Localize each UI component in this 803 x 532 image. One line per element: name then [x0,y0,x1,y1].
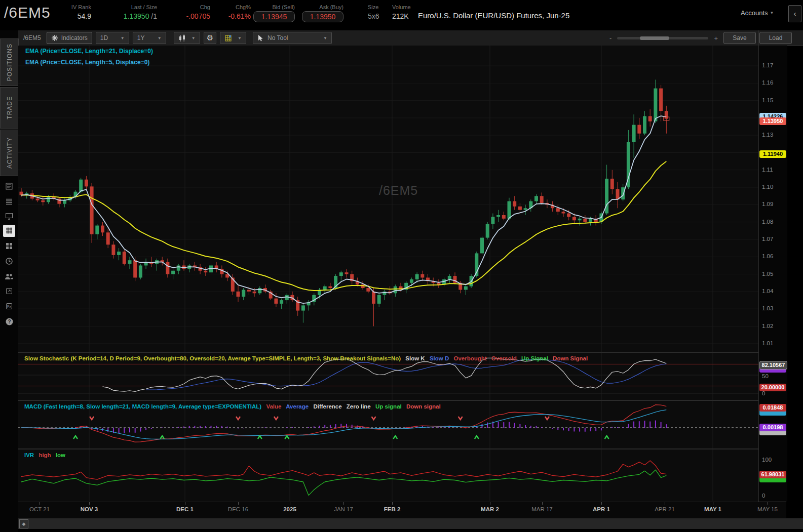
bottom-scrollbar[interactable]: ◆ [18,518,803,529]
price-axis-label: 1.09 [762,201,773,207]
axis-value-bubble: 20.00000 [759,384,786,391]
field-ask: Ask (Buy) 1.13950 [302,4,343,22]
price-chart-canvas[interactable] [18,46,758,352]
field-volume: Volume 212K [392,4,417,20]
chart-settings-button[interactable]: ⚙ [204,32,216,44]
time-axis-tick [290,502,290,505]
panel-axis-label: 50 [762,373,769,379]
news-report-icon[interactable] [3,180,15,192]
range-dropdown[interactable]: 1Y▼ [133,32,166,44]
fx-box-icon[interactable]: Fx [3,300,15,312]
ask-button[interactable]: 1.13950 [302,11,343,22]
zoom-in-button[interactable]: + [712,34,720,42]
panel-divider[interactable] [18,352,786,353]
chevron-down-icon: ▼ [192,36,196,40]
chevron-down-icon: ▼ [323,36,327,40]
time-axis-tick [40,502,40,505]
panel-divider[interactable] [18,448,786,449]
time-axis-label: DEC 16 [220,506,256,512]
price-axis-label: 1.01 [762,340,773,346]
field-size: Size 5x6 [368,4,389,20]
left-sidebar: POSITIONS TRADE ACTIVITY [0,30,18,532]
zoom-out-button[interactable]: - [607,34,614,42]
price-axis-label: 1.02 [762,323,773,329]
symbol-title: /6EM5 [4,4,51,21]
zoom-slider[interactable] [617,37,708,39]
time-axis-tick [601,502,602,505]
tool-dropdown[interactable]: No Tool ▼ [253,32,332,44]
time-axis[interactable]: OCT 21NOV 3DEC 1DEC 162025JAN 17FEB 2MAR… [18,502,786,518]
time-axis-tick [89,502,90,505]
ivr-panel[interactable]: IVR high low [18,449,758,501]
ivr-canvas[interactable] [18,449,758,501]
price-axis-label: 1.16 [762,79,773,86]
tab-positions[interactable]: POSITIONS [0,38,19,86]
history-clock-icon[interactable] [3,255,15,267]
chevron-down-icon: ▼ [121,36,125,40]
svg-text:Fx: Fx [7,305,11,308]
indicators-button[interactable]: Indicators [47,32,92,44]
grid-globe-icon [224,34,233,42]
stochastic-canvas[interactable] [18,353,758,400]
instrument-description: Euro/U.S. Dollar (EUR/USD) Futures, Jun-… [418,11,569,20]
macd-panel[interactable]: MACD (Fast length=8, Slow length=21, MAC… [18,401,758,448]
bid-button[interactable]: 1.13945 [253,11,295,22]
platform-box-icon[interactable] [3,285,15,297]
zoom-slider-thumb[interactable] [640,36,669,40]
scrollbar-corner-button[interactable]: ◆ [19,519,28,528]
time-axis-label: NOV 3 [71,506,107,512]
time-axis-label: MAY 15 [750,506,785,512]
time-axis-label: 2025 [272,506,308,512]
chart-type-dropdown[interactable]: ▼ [174,32,200,44]
time-axis-label: MAY 1 [695,506,731,512]
accounts-dropdown[interactable]: Accounts▼ [741,9,774,17]
panel-divider[interactable] [18,400,786,401]
time-axis-label: JAN 17 [326,506,361,512]
price-axis-label: 1.03 [762,305,773,311]
price-axis-label: 1.08 [762,219,773,225]
tab-activity[interactable]: ACTIVITY [0,130,19,176]
monitor-icon[interactable] [3,210,15,222]
last-size: /1 [151,12,157,20]
time-axis-label: APR 21 [647,506,682,512]
watchlist-icon[interactable] [3,195,15,208]
toolbar-symbol: /6EM5 [23,34,41,42]
collapse-panel-button[interactable]: ‹ [788,5,801,22]
field-chg-pct: Chg% -0.61% [215,4,251,20]
last-price: 1.13950 [124,12,149,20]
price-axis[interactable]: 1.011.021.031.041.051.061.071.081.091.10… [759,46,787,502]
axis-value-bubble: 61.98031 [759,471,786,478]
axis-value-bubble: 1.13950 [759,117,786,125]
axis-value-bubble: 82.10567 [759,361,787,370]
charts-icon-selected[interactable] [3,225,15,237]
grid-apps-icon[interactable] [3,240,15,252]
time-axis-tick [185,502,185,505]
field-chg: Chg -.00705 [167,4,210,20]
time-axis-label: FEB 2 [374,506,410,512]
community-people-icon[interactable] [3,270,15,282]
timeframe-dropdown[interactable]: 1D▼ [96,32,129,44]
chevron-down-icon: ▼ [238,36,242,40]
tab-trade[interactable]: TRADE [0,87,19,129]
svg-text:?: ? [8,319,11,324]
time-axis-label: OCT 21 [22,506,57,512]
field-last-size: Last / Size 1.13950 /1 [99,4,157,20]
price-axis-label: 1.05 [762,271,773,277]
time-axis-tick [343,502,344,505]
save-button[interactable]: Save [723,32,756,44]
price-axis-label: 1.07 [762,236,773,242]
macd-canvas[interactable] [18,401,758,448]
time-axis-tick [490,502,490,505]
drawing-set-dropdown[interactable]: ▼ [220,32,246,44]
field-iv-rank: IV Rank 54.9 [53,4,91,20]
gear-icon: ⚙ [207,33,213,43]
quote-header: /6EM5 IV Rank 54.9 Last / Size 1.13950 /… [0,0,803,30]
price-axis-label: 1.10 [762,184,773,190]
stochastic-panel[interactable]: Slow Stochastic (K Period=14, D Period=9… [18,353,758,400]
load-button[interactable]: Load [759,32,792,44]
price-axis-label: 1.13 [762,132,773,138]
chevron-down-icon: ▼ [158,36,162,40]
cursor-icon [257,34,263,42]
help-icon[interactable]: ? [3,315,15,328]
price-chart-panel[interactable]: EMA (Price=CLOSE, Length=21, Displace=0)… [18,46,758,352]
